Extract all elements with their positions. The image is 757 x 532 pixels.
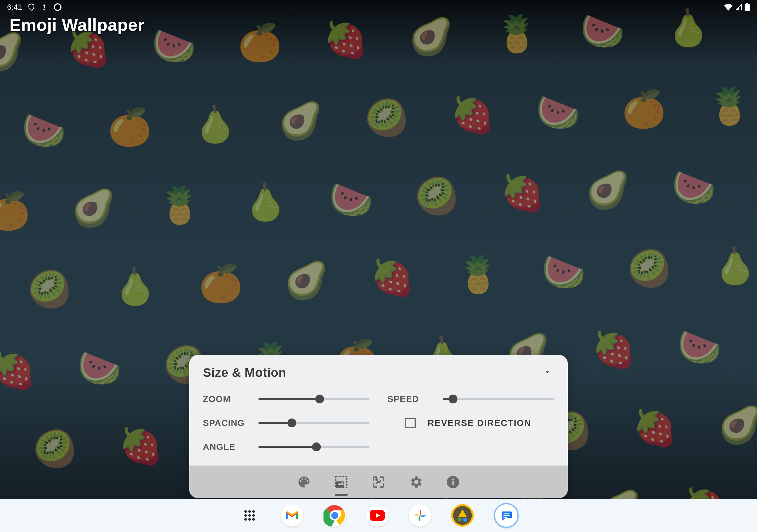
zoom-control: ZOOM — [203, 394, 370, 404]
messages-app[interactable] — [494, 503, 519, 528]
reverse-direction-label: REVERSE DIRECTION — [428, 418, 531, 428]
panel-tab-bar — [189, 465, 568, 498]
app-drawer-button[interactable] — [238, 504, 261, 527]
svg-point-0 — [43, 4, 45, 6]
angle-slider[interactable] — [258, 443, 370, 451]
svg-rect-13 — [452, 481, 454, 485]
svg-point-17 — [252, 510, 255, 513]
info-icon — [446, 475, 460, 489]
palette-icon — [297, 475, 311, 489]
svg-point-21 — [244, 518, 247, 521]
panel-tab-settings[interactable] — [408, 474, 424, 490]
svg-rect-4 — [746, 3, 748, 4]
svg-point-15 — [244, 510, 247, 513]
wifi-icon — [724, 4, 733, 11]
photos-app[interactable] — [409, 504, 431, 527]
speed-slider[interactable] — [443, 396, 554, 402]
panel-tab-info[interactable] — [445, 474, 461, 490]
reverse-direction-checkbox[interactable] — [405, 418, 416, 428]
svg-point-32 — [458, 518, 462, 522]
svg-rect-34 — [503, 514, 509, 514]
app-title: Emoji Wallpaper — [10, 15, 145, 35]
spacing-label: SPACING — [203, 418, 250, 428]
svg-point-18 — [244, 514, 247, 517]
chevron-down-icon — [543, 368, 552, 376]
spacing-slider[interactable] — [258, 419, 370, 427]
app-status-icon — [53, 3, 62, 11]
svg-point-14 — [452, 479, 454, 480]
svg-point-19 — [248, 514, 251, 517]
grid-icon — [243, 509, 257, 522]
chrome-app[interactable] — [323, 504, 346, 527]
messages-icon — [500, 509, 513, 522]
svg-rect-3 — [745, 4, 750, 11]
svg-point-16 — [248, 510, 251, 513]
wallpaper-icon — [371, 475, 386, 489]
panel-tab-palette[interactable] — [296, 474, 312, 490]
gmail-icon — [285, 508, 299, 522]
youtube-icon — [370, 510, 385, 521]
svg-point-2 — [55, 4, 60, 10]
reverse-direction-control[interactable]: REVERSE DIRECTION — [387, 418, 554, 428]
gear-icon — [409, 475, 423, 489]
angle-control: ANGLE — [203, 442, 370, 452]
svg-point-20 — [252, 514, 255, 517]
collapse-panel-button[interactable] — [543, 368, 554, 378]
size-motion-panel: Size & Motion ZOOM SPEED SPACING — [189, 355, 568, 498]
location-icon — [41, 3, 48, 11]
svg-rect-36 — [503, 517, 507, 518]
svg-rect-35 — [503, 515, 509, 516]
photos-icon — [412, 508, 428, 523]
zoom-slider[interactable] — [258, 396, 370, 402]
speed-control: SPEED — [387, 394, 554, 404]
status-bar: 6:41 — [0, 0, 757, 14]
panel-tab-frame[interactable] — [370, 474, 387, 490]
chrome-icon — [323, 504, 346, 527]
svg-point-22 — [248, 518, 251, 521]
gmail-app[interactable] — [281, 504, 303, 527]
panel-title: Size & Motion — [203, 366, 286, 380]
svg-point-11 — [376, 479, 377, 480]
youtube-app[interactable] — [366, 504, 388, 527]
system-taskbar — [0, 499, 757, 532]
angle-label: ANGLE — [203, 442, 250, 452]
panel-tab-size-motion[interactable] — [333, 474, 349, 490]
zoom-label: ZOOM — [203, 394, 250, 404]
svg-point-23 — [252, 518, 255, 521]
shield-icon — [27, 3, 35, 11]
svg-rect-33 — [463, 518, 467, 522]
signal-icon — [735, 4, 743, 11]
play-games-icon — [451, 504, 474, 527]
status-time: 6:41 — [7, 3, 22, 12]
resize-icon — [334, 475, 348, 489]
battery-icon — [744, 3, 750, 11]
play-games-app[interactable] — [451, 504, 474, 527]
spacing-control: SPACING — [203, 418, 370, 428]
speed-label: SPEED — [387, 394, 435, 404]
